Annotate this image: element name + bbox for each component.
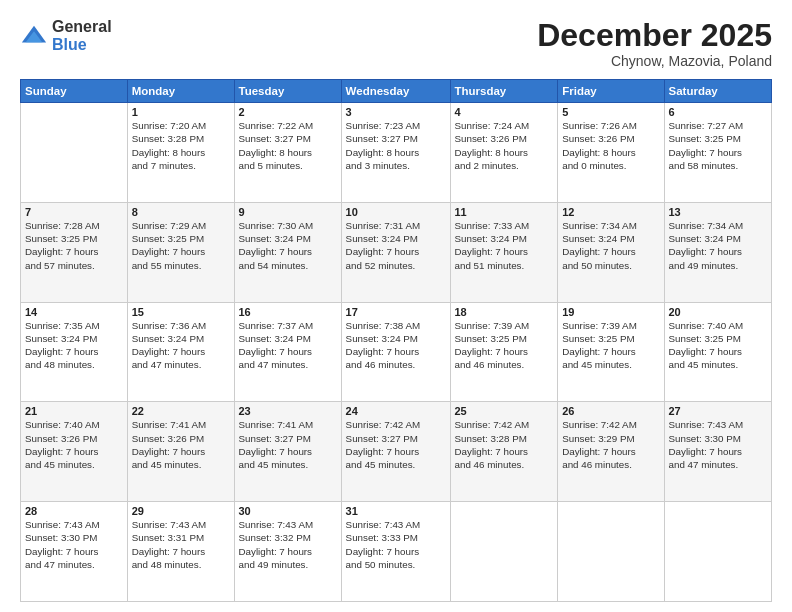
day-number: 17 <box>346 306 446 318</box>
calendar-cell: 10Sunrise: 7:31 AM Sunset: 3:24 PM Dayli… <box>341 202 450 302</box>
calendar-cell: 1Sunrise: 7:20 AM Sunset: 3:28 PM Daylig… <box>127 103 234 203</box>
calendar-week-row: 21Sunrise: 7:40 AM Sunset: 3:26 PM Dayli… <box>21 402 772 502</box>
calendar-cell: 31Sunrise: 7:43 AM Sunset: 3:33 PM Dayli… <box>341 502 450 602</box>
calendar-header-thursday: Thursday <box>450 80 558 103</box>
day-number: 9 <box>239 206 337 218</box>
day-number: 18 <box>455 306 554 318</box>
day-info: Sunrise: 7:26 AM Sunset: 3:26 PM Dayligh… <box>562 119 659 172</box>
day-number: 23 <box>239 405 337 417</box>
day-info: Sunrise: 7:41 AM Sunset: 3:27 PM Dayligh… <box>239 418 337 471</box>
day-info: Sunrise: 7:42 AM Sunset: 3:28 PM Dayligh… <box>455 418 554 471</box>
calendar-cell: 7Sunrise: 7:28 AM Sunset: 3:25 PM Daylig… <box>21 202 128 302</box>
day-info: Sunrise: 7:39 AM Sunset: 3:25 PM Dayligh… <box>455 319 554 372</box>
calendar-cell <box>450 502 558 602</box>
logo-blue: Blue <box>52 36 112 54</box>
calendar-cell: 17Sunrise: 7:38 AM Sunset: 3:24 PM Dayli… <box>341 302 450 402</box>
day-info: Sunrise: 7:43 AM Sunset: 3:33 PM Dayligh… <box>346 518 446 571</box>
calendar-cell: 21Sunrise: 7:40 AM Sunset: 3:26 PM Dayli… <box>21 402 128 502</box>
calendar-cell <box>664 502 772 602</box>
day-number: 7 <box>25 206 123 218</box>
day-number: 3 <box>346 106 446 118</box>
day-number: 10 <box>346 206 446 218</box>
day-info: Sunrise: 7:41 AM Sunset: 3:26 PM Dayligh… <box>132 418 230 471</box>
day-info: Sunrise: 7:36 AM Sunset: 3:24 PM Dayligh… <box>132 319 230 372</box>
calendar-cell: 4Sunrise: 7:24 AM Sunset: 3:26 PM Daylig… <box>450 103 558 203</box>
calendar-header-sunday: Sunday <box>21 80 128 103</box>
title-month: December 2025 <box>537 18 772 53</box>
day-info: Sunrise: 7:38 AM Sunset: 3:24 PM Dayligh… <box>346 319 446 372</box>
day-number: 15 <box>132 306 230 318</box>
day-number: 13 <box>669 206 768 218</box>
calendar-cell <box>558 502 664 602</box>
day-info: Sunrise: 7:37 AM Sunset: 3:24 PM Dayligh… <box>239 319 337 372</box>
calendar-cell: 9Sunrise: 7:30 AM Sunset: 3:24 PM Daylig… <box>234 202 341 302</box>
calendar-cell: 24Sunrise: 7:42 AM Sunset: 3:27 PM Dayli… <box>341 402 450 502</box>
calendar-cell: 29Sunrise: 7:43 AM Sunset: 3:31 PM Dayli… <box>127 502 234 602</box>
day-number: 22 <box>132 405 230 417</box>
day-info: Sunrise: 7:23 AM Sunset: 3:27 PM Dayligh… <box>346 119 446 172</box>
calendar-header-saturday: Saturday <box>664 80 772 103</box>
calendar-cell: 26Sunrise: 7:42 AM Sunset: 3:29 PM Dayli… <box>558 402 664 502</box>
calendar-cell: 14Sunrise: 7:35 AM Sunset: 3:24 PM Dayli… <box>21 302 128 402</box>
calendar-cell: 30Sunrise: 7:43 AM Sunset: 3:32 PM Dayli… <box>234 502 341 602</box>
day-number: 19 <box>562 306 659 318</box>
day-number: 31 <box>346 505 446 517</box>
day-info: Sunrise: 7:24 AM Sunset: 3:26 PM Dayligh… <box>455 119 554 172</box>
calendar-cell: 13Sunrise: 7:34 AM Sunset: 3:24 PM Dayli… <box>664 202 772 302</box>
day-number: 30 <box>239 505 337 517</box>
day-info: Sunrise: 7:42 AM Sunset: 3:27 PM Dayligh… <box>346 418 446 471</box>
day-number: 12 <box>562 206 659 218</box>
calendar-cell: 27Sunrise: 7:43 AM Sunset: 3:30 PM Dayli… <box>664 402 772 502</box>
calendar-cell: 5Sunrise: 7:26 AM Sunset: 3:26 PM Daylig… <box>558 103 664 203</box>
calendar-header-row: SundayMondayTuesdayWednesdayThursdayFrid… <box>21 80 772 103</box>
calendar-cell: 23Sunrise: 7:41 AM Sunset: 3:27 PM Dayli… <box>234 402 341 502</box>
calendar-cell: 12Sunrise: 7:34 AM Sunset: 3:24 PM Dayli… <box>558 202 664 302</box>
day-info: Sunrise: 7:30 AM Sunset: 3:24 PM Dayligh… <box>239 219 337 272</box>
calendar-cell: 25Sunrise: 7:42 AM Sunset: 3:28 PM Dayli… <box>450 402 558 502</box>
logo-general: General <box>52 18 112 36</box>
header: General Blue December 2025 Chynow, Mazov… <box>20 18 772 69</box>
day-info: Sunrise: 7:43 AM Sunset: 3:32 PM Dayligh… <box>239 518 337 571</box>
day-info: Sunrise: 7:34 AM Sunset: 3:24 PM Dayligh… <box>669 219 768 272</box>
calendar-cell: 28Sunrise: 7:43 AM Sunset: 3:30 PM Dayli… <box>21 502 128 602</box>
calendar-cell: 22Sunrise: 7:41 AM Sunset: 3:26 PM Dayli… <box>127 402 234 502</box>
day-info: Sunrise: 7:43 AM Sunset: 3:30 PM Dayligh… <box>669 418 768 471</box>
day-number: 2 <box>239 106 337 118</box>
day-number: 21 <box>25 405 123 417</box>
calendar-week-row: 28Sunrise: 7:43 AM Sunset: 3:30 PM Dayli… <box>21 502 772 602</box>
logo-text: General Blue <box>52 18 112 53</box>
calendar-header-monday: Monday <box>127 80 234 103</box>
day-info: Sunrise: 7:35 AM Sunset: 3:24 PM Dayligh… <box>25 319 123 372</box>
calendar-cell: 15Sunrise: 7:36 AM Sunset: 3:24 PM Dayli… <box>127 302 234 402</box>
day-info: Sunrise: 7:22 AM Sunset: 3:27 PM Dayligh… <box>239 119 337 172</box>
day-number: 28 <box>25 505 123 517</box>
calendar-cell: 3Sunrise: 7:23 AM Sunset: 3:27 PM Daylig… <box>341 103 450 203</box>
day-info: Sunrise: 7:34 AM Sunset: 3:24 PM Dayligh… <box>562 219 659 272</box>
calendar-header-tuesday: Tuesday <box>234 80 341 103</box>
day-info: Sunrise: 7:31 AM Sunset: 3:24 PM Dayligh… <box>346 219 446 272</box>
page: General Blue December 2025 Chynow, Mazov… <box>0 0 792 612</box>
day-info: Sunrise: 7:43 AM Sunset: 3:30 PM Dayligh… <box>25 518 123 571</box>
day-number: 24 <box>346 405 446 417</box>
day-number: 25 <box>455 405 554 417</box>
day-info: Sunrise: 7:33 AM Sunset: 3:24 PM Dayligh… <box>455 219 554 272</box>
title-location: Chynow, Mazovia, Poland <box>537 53 772 69</box>
day-number: 27 <box>669 405 768 417</box>
calendar-cell: 20Sunrise: 7:40 AM Sunset: 3:25 PM Dayli… <box>664 302 772 402</box>
calendar-cell: 6Sunrise: 7:27 AM Sunset: 3:25 PM Daylig… <box>664 103 772 203</box>
calendar-table: SundayMondayTuesdayWednesdayThursdayFrid… <box>20 79 772 602</box>
calendar-cell: 11Sunrise: 7:33 AM Sunset: 3:24 PM Dayli… <box>450 202 558 302</box>
calendar-week-row: 7Sunrise: 7:28 AM Sunset: 3:25 PM Daylig… <box>21 202 772 302</box>
day-info: Sunrise: 7:20 AM Sunset: 3:28 PM Dayligh… <box>132 119 230 172</box>
day-number: 5 <box>562 106 659 118</box>
day-number: 8 <box>132 206 230 218</box>
calendar-header-friday: Friday <box>558 80 664 103</box>
calendar-cell: 8Sunrise: 7:29 AM Sunset: 3:25 PM Daylig… <box>127 202 234 302</box>
day-number: 1 <box>132 106 230 118</box>
logo: General Blue <box>20 18 112 53</box>
day-info: Sunrise: 7:40 AM Sunset: 3:25 PM Dayligh… <box>669 319 768 372</box>
logo-icon <box>20 22 48 50</box>
calendar-cell <box>21 103 128 203</box>
day-number: 14 <box>25 306 123 318</box>
day-info: Sunrise: 7:27 AM Sunset: 3:25 PM Dayligh… <box>669 119 768 172</box>
